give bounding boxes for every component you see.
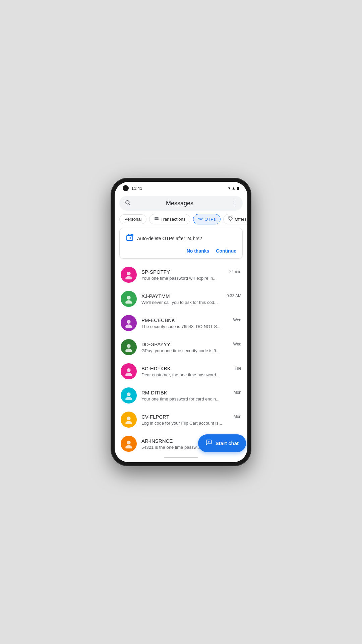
home-bar xyxy=(164,457,198,458)
svg-point-26 xyxy=(125,421,132,424)
sender-name: RM-DITIBK xyxy=(141,390,167,395)
start-chat-label: Start chat xyxy=(216,440,239,446)
svg-point-23 xyxy=(127,392,130,396)
header-bar[interactable]: Messages ⋮ xyxy=(119,196,243,211)
more-options-icon[interactable]: ⋮ xyxy=(231,199,237,207)
svg-point-19 xyxy=(127,344,130,348)
svg-point-21 xyxy=(127,368,130,372)
message-preview: Your one time password for card endin... xyxy=(141,396,241,401)
signal-icon: ▲ xyxy=(232,186,236,191)
message-content: CV-FLPCRT Mon Log in code for your Flip … xyxy=(141,414,241,426)
tab-offers-label: Offers xyxy=(235,217,246,222)
message-time: 9:33 AM xyxy=(227,293,241,298)
auto-delete-banner: ! Auto-delete OTPs after 24 hrs? No than… xyxy=(119,228,243,259)
message-content: PM-ECECBNK Wed The security code is 7654… xyxy=(141,317,241,329)
svg-text:!: ! xyxy=(132,234,132,236)
start-chat-button[interactable]: Start chat xyxy=(198,434,246,452)
message-time: Wed xyxy=(233,342,241,346)
auto-delete-icon: ! xyxy=(126,233,134,244)
message-header: BC-HDFKBK Tue xyxy=(141,366,241,371)
search-icon[interactable] xyxy=(125,200,131,207)
sender-name: BC-HDFKBK xyxy=(141,366,171,371)
banner-text: Auto-delete OTPs after 24 hrs? xyxy=(137,236,202,241)
list-item[interactable]: BC-HDFKBK Tue Dear customer, the one tim… xyxy=(116,359,246,383)
message-header: DD-GPAYYY Wed xyxy=(141,341,241,347)
message-header: SP-SPOTFY 24 min xyxy=(141,269,241,275)
status-time: 11:41 xyxy=(131,186,142,191)
svg-point-27 xyxy=(127,441,130,444)
avatar xyxy=(121,412,137,428)
svg-line-1 xyxy=(129,204,130,205)
tab-offers-icon xyxy=(228,216,233,222)
tabs-row: Personal Transactions xyxy=(115,214,247,228)
phone-frame: 11:41 ▾ ▲ ▮ Messages ⋮ Personal xyxy=(111,178,251,466)
page-title: Messages xyxy=(135,200,225,207)
avatar xyxy=(121,315,137,331)
no-thanks-button[interactable]: No thanks xyxy=(187,248,209,254)
status-left: 11:41 xyxy=(123,185,142,191)
list-item[interactable]: RM-DITIBK Mon Your one time password for… xyxy=(116,383,246,408)
message-time: 24 min xyxy=(229,269,241,274)
list-item[interactable]: DD-GPAYYY Wed GPay: your one time securi… xyxy=(116,335,246,359)
message-header: RM-DITIBK Mon xyxy=(141,390,241,395)
avatar xyxy=(121,291,137,307)
svg-rect-2 xyxy=(155,217,159,220)
camera-dot xyxy=(123,185,129,191)
battery-icon: ▮ xyxy=(237,186,239,191)
list-item[interactable]: XJ-PAYTMM 9:33 AM We'll never call you t… xyxy=(116,287,246,311)
svg-point-22 xyxy=(125,373,132,376)
message-content: RM-DITIBK Mon Your one time password for… xyxy=(141,390,241,401)
continue-button[interactable]: Continue xyxy=(216,248,236,254)
svg-point-14 xyxy=(125,276,132,279)
message-time: Mon xyxy=(234,390,241,395)
message-content: SP-SPOTFY 24 min Your one time password … xyxy=(141,269,241,281)
tab-otps[interactable]: OTPs xyxy=(193,214,221,224)
avatar xyxy=(121,339,137,355)
start-chat-icon xyxy=(205,439,212,447)
avatar xyxy=(121,363,137,379)
banner-actions: No thanks Continue xyxy=(126,248,236,254)
list-item[interactable]: SP-SPOTFY 24 min Your one time password … xyxy=(116,263,246,287)
tab-personal[interactable]: Personal xyxy=(119,214,146,224)
svg-point-20 xyxy=(125,348,132,352)
avatar xyxy=(121,387,137,404)
message-time: Mon xyxy=(234,414,241,419)
svg-point-16 xyxy=(125,300,132,304)
tab-personal-label: Personal xyxy=(124,217,141,222)
message-header: XJ-PAYTMM 9:33 AM xyxy=(141,293,241,299)
message-preview: Log in code for your Flip Cart account i… xyxy=(141,421,241,426)
message-time: Tue xyxy=(235,366,241,371)
sender-name: CV-FLPCRT xyxy=(141,414,169,420)
status-icons: ▾ ▲ ▮ xyxy=(228,186,239,191)
wifi-icon: ▾ xyxy=(228,186,230,191)
message-header: PM-ECECBNK Wed xyxy=(141,317,241,323)
svg-point-28 xyxy=(125,445,132,448)
svg-point-13 xyxy=(127,272,130,275)
svg-point-18 xyxy=(125,324,132,328)
message-preview: Dear customer, the one time password... xyxy=(141,372,241,377)
message-header: CV-FLPCRT Mon xyxy=(141,414,241,420)
message-content: DD-GPAYYY Wed GPay: your one time securi… xyxy=(141,341,241,353)
avatar xyxy=(121,436,137,452)
svg-point-25 xyxy=(127,417,130,420)
message-content: BC-HDFKBK Tue Dear customer, the one tim… xyxy=(141,366,241,377)
list-item[interactable]: PM-ECECBNK Wed The security code is 7654… xyxy=(116,311,246,335)
phone-screen: 11:41 ▾ ▲ ▮ Messages ⋮ Personal xyxy=(115,182,247,462)
message-list: SP-SPOTFY 24 min Your one time password … xyxy=(115,263,247,453)
list-item[interactable]: CV-FLPCRT Mon Log in code for your Flip … xyxy=(116,408,246,432)
banner-top: ! Auto-delete OTPs after 24 hrs? xyxy=(126,233,236,244)
svg-point-24 xyxy=(125,397,132,400)
tab-transactions-label: Transactions xyxy=(161,217,185,222)
tab-transactions[interactable]: Transactions xyxy=(149,214,190,224)
message-time: Wed xyxy=(233,318,241,322)
status-bar: 11:41 ▾ ▲ ▮ xyxy=(115,182,247,193)
tab-otps-label: OTPs xyxy=(204,217,216,222)
message-preview: The security code is 76543. DO NOT S... xyxy=(141,324,241,329)
message-preview: We'll never call you to ask for this cod… xyxy=(141,300,241,305)
tab-otps-icon xyxy=(198,216,203,222)
tab-offers[interactable]: Offers xyxy=(223,214,247,224)
message-content: XJ-PAYTMM 9:33 AM We'll never call you t… xyxy=(141,293,241,305)
svg-point-17 xyxy=(127,320,130,324)
sender-name: XJ-PAYTMM xyxy=(141,293,170,299)
message-preview: GPay: your one time security code is 9..… xyxy=(141,348,241,353)
